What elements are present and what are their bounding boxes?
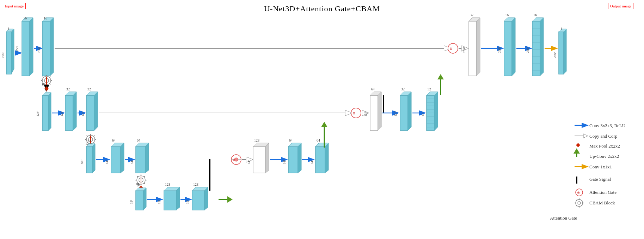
label-b14-side: 64³ [283, 160, 286, 164]
label-b11-top: 128 [165, 183, 170, 186]
svg-marker-75 [315, 143, 329, 147]
label-b10-side: 32³ [130, 200, 133, 204]
block-b16: 64 128³ [364, 87, 381, 131]
label-b1-side: 256³ [1, 53, 5, 59]
svg-rect-19 [42, 95, 48, 131]
label-b3-side: 256³ [37, 47, 41, 53]
svg-rect-68 [253, 147, 265, 173]
label-b21-top: 16 [533, 13, 537, 17]
svg-marker-43 [121, 143, 124, 173]
label-b22-side: 256³ [553, 52, 557, 58]
legend-white-arrow [583, 134, 588, 138]
label-b12-side: 32³ [186, 200, 189, 204]
svg-marker-100 [512, 18, 515, 76]
svg-point-67 [234, 158, 238, 161]
label-b18-side: 128³ [421, 111, 425, 117]
svg-point-48 [139, 178, 143, 182]
block-b2: 16 256³ [16, 16, 33, 76]
label-b22-top: 1 [560, 27, 562, 31]
svg-rect-71 [288, 147, 298, 173]
att-gate-symbol-3: ⊗ [449, 47, 452, 50]
label-b18-top: 32 [428, 87, 431, 91]
svg-rect-74 [315, 147, 325, 173]
legend-att-symbol: ⊗ [577, 191, 580, 195]
input-image-label: Input image [3, 3, 26, 9]
label-pool-2: 32 [86, 142, 89, 145]
svg-marker-45 [136, 143, 149, 147]
svg-marker-82 [408, 92, 411, 131]
label-b16-side: 128³ [364, 111, 367, 117]
svg-marker-112 [559, 29, 566, 32]
svg-point-114 [576, 199, 583, 207]
svg-line-34 [87, 136, 88, 137]
label-b21-side: 256³ [526, 47, 529, 53]
legend-att-label: Attention Gate [589, 190, 617, 195]
svg-marker-61 [164, 187, 180, 191]
svg-marker-94 [434, 92, 438, 131]
pool-symbol-2 [88, 145, 93, 150]
label-pool-3: 64 [136, 182, 140, 186]
svg-marker-40 [92, 144, 95, 173]
svg-line-54 [144, 176, 145, 177]
svg-marker-59 [143, 188, 146, 210]
label-b13-top: 128 [254, 138, 259, 142]
svg-marker-65 [204, 187, 208, 210]
label-b15-top: 64 [317, 138, 320, 142]
svg-marker-69 [253, 143, 269, 147]
label-b20-side: 256³ [498, 47, 501, 53]
svg-line-53 [137, 176, 138, 177]
svg-rect-63 [192, 191, 204, 210]
svg-marker-7 [42, 18, 54, 21]
svg-marker-39 [86, 144, 95, 147]
diagram-svg: 1 256³ 16 256³ 16 256³ [0, 0, 644, 239]
svg-rect-3 [22, 21, 30, 76]
att-gate-bottom-text: Attention Gate [550, 215, 577, 221]
label-b7-side: 64³ [80, 160, 84, 164]
block-b20: 16 256³ [498, 13, 515, 76]
label-b17-side: 128³ [394, 111, 397, 117]
cbam-b9 [135, 174, 147, 186]
svg-point-9 [42, 76, 51, 85]
output-image-label: Output image [608, 3, 633, 9]
svg-rect-95 [469, 21, 477, 76]
label-b1-top: 1 [8, 27, 10, 31]
label-b14-top: 64 [289, 138, 293, 142]
cbam-b3 [41, 75, 52, 86]
legend-yellow-label: Conv 1x1x1 [589, 164, 612, 169]
label-b16-top: 64 [371, 87, 375, 91]
legend-white-label: Copy and Corp [589, 133, 617, 139]
svg-rect-6 [42, 21, 50, 76]
pool-symbol-1 [44, 86, 49, 91]
svg-marker-1 [6, 29, 13, 32]
block-b14: 64 64³ [283, 138, 301, 173]
label-b12-top: 128 [193, 183, 198, 186]
svg-line-55 [137, 183, 138, 184]
svg-marker-109 [532, 18, 544, 21]
svg-line-121 [582, 200, 582, 201]
svg-line-37 [94, 143, 95, 144]
pool-symbol-3 [139, 186, 143, 190]
upconv-arrow-1 [227, 196, 233, 203]
svg-rect-57 [136, 191, 143, 210]
att-gate-symbol-1: ⊗ [233, 158, 235, 162]
svg-rect-22 [65, 95, 73, 131]
svg-line-120 [576, 200, 577, 201]
svg-line-56 [144, 183, 145, 184]
svg-marker-76 [325, 143, 329, 173]
svg-point-47 [137, 176, 145, 184]
label-b8-top: 64 [112, 138, 116, 142]
label-b7-top: 32 [87, 139, 91, 143]
svg-marker-99 [504, 18, 515, 21]
label-b6-side: 128³ [81, 111, 85, 117]
svg-marker-20 [42, 92, 51, 95]
svg-line-122 [576, 205, 577, 206]
block-b5: 32 128³ [60, 87, 76, 131]
svg-marker-113 [564, 29, 566, 74]
legend-green-arrow [574, 148, 580, 154]
att-gate-symbol-2: ⊗ [352, 111, 355, 115]
label-b8-side: 64³ [105, 160, 109, 164]
legend-green-label: Up-Conv 2x2x2 [589, 154, 619, 159]
svg-rect-0 [6, 32, 11, 74]
svg-marker-79 [378, 92, 381, 131]
svg-rect-38 [86, 147, 92, 173]
